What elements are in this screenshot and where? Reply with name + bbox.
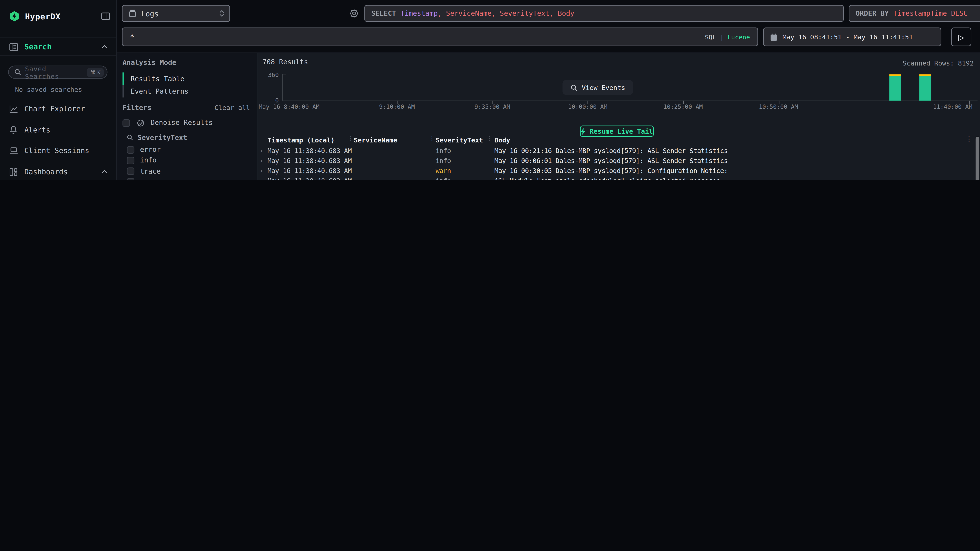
cell-timestamp: May 16 11:38:40.683 AM [267, 177, 352, 180]
toolbar-row-query: Logs SELECT Timestamp , ServiceName, Sev… [117, 0, 980, 27]
filter-option-label: trace [140, 167, 161, 175]
mode-label: Results Table [130, 75, 185, 83]
cell-body: ASL Module "com.apple.cdscheduler" claim… [494, 177, 975, 180]
collapse-sidebar-icon[interactable] [101, 13, 110, 20]
severity-option-error[interactable]: error [127, 144, 252, 155]
denoise-icon [135, 119, 145, 127]
sidebar-item-label: Dashboards [24, 167, 93, 176]
orderby-keyword: ORDER BY [856, 10, 889, 17]
sidebar-item-dashboards[interactable]: Dashboards [0, 164, 116, 179]
search-icon [570, 84, 578, 91]
hyperdx-app: HyperDX Search Saved Searches ⌘ K No sav… [0, 0, 980, 180]
database-icon [127, 10, 137, 17]
column-header-servicename[interactable]: ServiceName [354, 136, 397, 144]
order-by-input[interactable]: ORDER BY TimestampTime DESC [849, 5, 980, 22]
filter-option-label: warn [140, 178, 157, 180]
severity-option-info[interactable]: info [127, 155, 252, 166]
select-clause-input[interactable]: SELECT Timestamp , ServiceName, Severity… [364, 5, 844, 22]
severity-option-trace[interactable]: trace [127, 166, 252, 176]
column-separator[interactable]: ⋮ [429, 135, 435, 142]
orderby-expr: TimestampTime DESC [893, 10, 967, 17]
source-select[interactable]: Logs [122, 5, 230, 22]
filter-option-label: info [140, 156, 157, 165]
language-sql[interactable]: SQL [705, 33, 716, 40]
expand-row-chevron-icon[interactable]: › [259, 157, 263, 165]
cell-severity: info [436, 177, 451, 180]
histogram-bar[interactable] [889, 74, 901, 101]
divider [0, 37, 116, 38]
filters-panel: Analysis Mode Results Table Event Patter… [117, 52, 258, 180]
expand-row-chevron-icon[interactable]: › [259, 177, 263, 180]
sidebar-item-chart-explorer[interactable]: Chart Explorer [0, 101, 116, 116]
search-query-value: * [130, 32, 705, 41]
column-header-body[interactable]: Body [494, 136, 510, 144]
saved-searches-input[interactable]: Saved Searches ⌘ K [8, 65, 108, 79]
search-icon [14, 69, 21, 76]
results-panel: 708 Results Scanned Rows: 8192 360 0 May… [258, 52, 980, 180]
resume-live-tail-button[interactable]: Resume Live Tail [580, 125, 654, 137]
lightning-icon [581, 128, 586, 135]
table-row[interactable]: ›May 16 11:38:40.683 AMinfoASL Module "c… [258, 176, 975, 180]
chart-icon [9, 105, 18, 113]
column-header-severitytext[interactable]: SeverityText [436, 136, 483, 144]
source-select-value: Logs [141, 9, 215, 18]
expand-row-chevron-icon[interactable]: › [259, 147, 263, 154]
date-range-picker[interactable]: May 16 08:41:51 - May 16 11:41:51 [763, 27, 941, 46]
filters-label: Filters [123, 104, 151, 112]
query-settings-gear-icon[interactable] [349, 9, 359, 18]
scrollbar-thumb[interactable] [976, 137, 979, 180]
saved-searches-placeholder: Saved Searches [25, 65, 83, 79]
histogram-bar[interactable] [920, 74, 931, 101]
language-lucene[interactable]: Lucene [727, 33, 750, 40]
y-tick-label: 360 [260, 71, 279, 78]
clear-all-button[interactable]: Clear all [215, 104, 250, 111]
mode-results-table[interactable]: Results Table [123, 73, 251, 85]
mode-indicator [123, 85, 124, 97]
checkbox[interactable] [127, 157, 134, 164]
search-query-input[interactable]: * SQL | Lucene [122, 27, 758, 46]
cell-body: May 16 00:30:05 Dales-MBP syslogd[579]: … [494, 167, 975, 175]
date-range-value: May 16 08:41:51 - May 16 11:41:51 [783, 33, 913, 41]
sidebar-item-search[interactable]: Search [0, 38, 116, 56]
toolbar-row-search: * SQL | Lucene May 16 08:41:51 - May 16 … [117, 27, 980, 52]
bar-segment-info [889, 76, 901, 101]
column-separator[interactable]: ⋮ [486, 135, 493, 142]
x-tick-label: 10:25:00 AM [663, 103, 703, 110]
logo-row: HyperDX [9, 8, 110, 24]
cell-timestamp: May 16 11:38:40.683 AM [267, 147, 352, 154]
sidebar-item-client-sessions[interactable]: Client Sessions [0, 143, 116, 158]
mode-event-patterns[interactable]: Event Patterns [123, 85, 251, 97]
denoise-checkbox[interactable] [123, 119, 130, 127]
expand-row-chevron-icon[interactable]: › [259, 167, 263, 175]
table-options-kebab-icon[interactable]: ⋮ [966, 135, 973, 143]
language-toggle[interactable]: SQL | Lucene [705, 33, 750, 40]
table-row[interactable]: ›May 16 11:38:40.683 AMinfoMay 16 00:21:… [258, 146, 975, 156]
checkbox[interactable] [127, 146, 134, 154]
filter-group-severity: SeverityText [127, 132, 252, 143]
search-icon[interactable] [127, 134, 133, 141]
severity-option-warn[interactable]: warn [127, 177, 252, 180]
mode-label: Event Patterns [130, 87, 189, 95]
x-tick-label: 9:35:00 AM [474, 103, 510, 110]
table-row[interactable]: ›May 16 11:38:40.683 AMinfoMay 16 00:06:… [258, 156, 975, 166]
cell-timestamp: May 16 11:38:40.683 AM [267, 167, 352, 175]
y-axis [283, 74, 283, 101]
log-rows: ›May 16 11:38:40.683 AMinfoMay 16 00:21:… [258, 144, 975, 180]
sidebar-item-label: Client Sessions [24, 146, 89, 155]
cell-body: May 16 00:21:16 Dales-MBP syslogd[579]: … [494, 147, 975, 154]
chevron-up-icon [99, 170, 109, 174]
language-divider: | [720, 33, 724, 40]
denoise-filter-row[interactable]: Denoise Results [123, 118, 252, 128]
view-events-button[interactable]: View Events [563, 80, 633, 95]
column-header-timestamp[interactable]: Timestamp (Local) [267, 136, 335, 144]
checkbox[interactable] [127, 168, 134, 175]
checkbox[interactable] [127, 178, 134, 180]
table-row[interactable]: ›May 16 11:38:40.683 AMwarnMay 16 00:30:… [258, 166, 975, 176]
x-tick-label: 9:10:00 AM [379, 103, 415, 110]
active-mode-indicator [123, 73, 124, 85]
run-query-button[interactable]: ▷ [951, 27, 971, 46]
sidebar-item-alerts[interactable]: Alerts [0, 122, 116, 137]
column-separator[interactable]: ⋮ [347, 135, 354, 142]
cell-body: May 16 00:06:01 Dales-MBP syslogd[579]: … [494, 157, 975, 165]
shortcut-badge: ⌘ K [87, 68, 104, 76]
